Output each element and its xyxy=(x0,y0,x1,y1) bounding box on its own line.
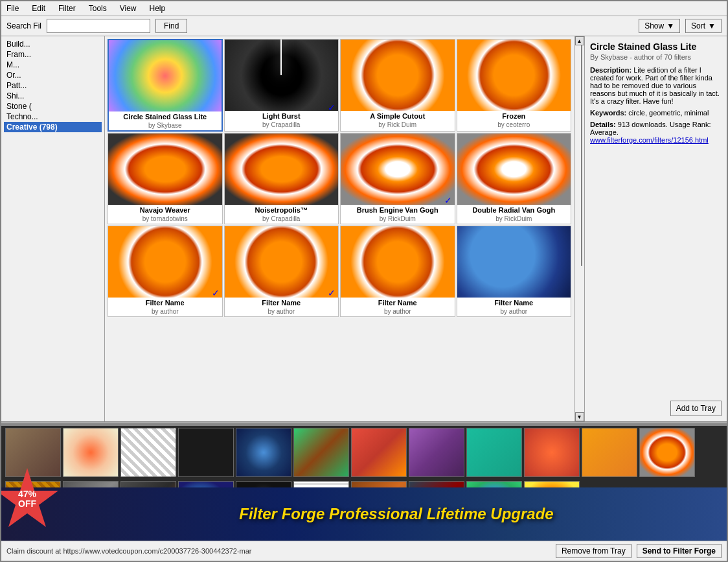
filter-author-stained: by Skybase xyxy=(109,122,222,130)
menu-edit[interactable]: Edit xyxy=(29,3,48,14)
tray-item-6[interactable] xyxy=(293,428,349,477)
sidebar-item-patt[interactable]: Patt... xyxy=(4,80,102,91)
filter-author-r3c2: by author xyxy=(225,308,339,316)
filter-author-brush: by RickDuim xyxy=(341,215,455,224)
tray-item-4[interactable] xyxy=(178,428,234,477)
toolbar: Search Fil Find Show ▼ Sort ▼ xyxy=(1,16,727,36)
filter-name-r3c3: Filter Name xyxy=(341,298,455,308)
scroll-up-arrow[interactable]: ▲ xyxy=(575,36,584,45)
menu-bar: File Edit Filter Tools View Help xyxy=(1,1,727,16)
tray-item-7[interactable] xyxy=(351,428,407,477)
show-label: Show xyxy=(644,21,664,30)
search-input[interactable] xyxy=(47,19,150,33)
tray-item-2[interactable] xyxy=(63,428,119,477)
filter-card-cutout[interactable]: A Simple Cutout by Rick Duim xyxy=(340,39,455,132)
promo-banner: 47% OFF Filter Forge Professional Lifeti… xyxy=(1,487,727,541)
keywords-text: circle, geometric, minimal xyxy=(628,109,709,117)
filter-grid-scrollable[interactable]: Circle Stained Glass Lite by Skybase ✓ L… xyxy=(105,36,574,421)
vertical-scrollbar[interactable]: ▲ ▼ xyxy=(574,36,584,421)
menu-file[interactable]: File xyxy=(4,3,21,14)
filter-author-r3c3: by author xyxy=(341,308,455,316)
filter-thumb-navajo xyxy=(108,134,222,205)
filter-grid: Circle Stained Glass Lite by Skybase ✓ L… xyxy=(105,36,574,320)
filter-detail-title: Circle Stained Glass Lite xyxy=(590,41,722,52)
send-to-filter-forge-button[interactable]: Send to Filter Forge xyxy=(637,544,722,558)
add-to-tray-button[interactable]: Add to Tray xyxy=(670,401,722,416)
filter-name-navajo: Navajo Weaver xyxy=(108,205,222,215)
permalink-link[interactable]: www.filterforge.com/filters/12156.html xyxy=(590,136,709,144)
filter-thumb-stained xyxy=(109,40,222,111)
tray-item-11[interactable] xyxy=(582,428,637,477)
filter-detail-details: Details: 913 downloads. Usage Rank: Aver… xyxy=(590,121,722,144)
sidebar-item-techno[interactable]: Techno... xyxy=(4,111,102,122)
filter-author-navajo: by tornadotwins xyxy=(108,215,222,224)
scroll-down-arrow[interactable]: ▼ xyxy=(575,412,584,421)
filter-card-noise[interactable]: Noisetropolis™ by Crapadilla xyxy=(224,133,339,224)
filter-card-stained-glass[interactable]: Circle Stained Glass Lite by Skybase xyxy=(108,39,223,132)
sidebar-item-or[interactable]: Or... xyxy=(4,70,102,80)
remove-from-tray-button[interactable]: Remove from Tray xyxy=(556,544,631,558)
filter-name-brush: Brush Engine Van Gogh xyxy=(341,205,455,215)
filter-author-frozen: by ceoterro xyxy=(457,121,571,130)
filter-author-r3c1: by author xyxy=(108,308,222,316)
discount-url: Claim discount at https://www.votedcoupo… xyxy=(6,547,551,555)
filter-author-lightburst: by Crapadilla xyxy=(225,121,339,130)
menu-help[interactable]: Help xyxy=(147,3,168,14)
sidebar-item-build[interactable]: Build... xyxy=(4,39,102,49)
filter-author-double: by RickDuim xyxy=(457,215,571,224)
filter-card-r3c1[interactable]: ✓ Filter Name by author xyxy=(108,226,223,317)
sidebar-item-m[interactable]: M... xyxy=(4,60,102,70)
right-panel: Circle Stained Glass Lite By Skybase - a… xyxy=(584,36,727,421)
filter-thumb-brush xyxy=(341,134,455,205)
tray-item-9[interactable] xyxy=(466,428,522,477)
filter-detail-keywords: Keywords: circle, geometric, minimal xyxy=(590,109,722,117)
tray-area: 47% OFF Filter Forge Professional Lifeti… xyxy=(1,424,727,541)
sidebar-item-fram[interactable]: Fram... xyxy=(4,49,102,60)
filter-name-frozen: Frozen xyxy=(457,111,571,121)
filter-name-cutout: A Simple Cutout xyxy=(341,111,455,121)
filter-thumb-r3c1 xyxy=(108,226,222,298)
menu-view[interactable]: View xyxy=(117,3,139,14)
discount-badge: 47% OFF xyxy=(1,468,60,533)
filter-card-r3c2[interactable]: ✓ Filter Name by author xyxy=(224,226,339,317)
find-button[interactable]: Find xyxy=(155,19,187,33)
checkmark-light-burst: ✓ xyxy=(328,102,336,113)
checkmark-r3c1: ✓ xyxy=(212,288,220,298)
filter-thumb-lightburst xyxy=(225,40,339,111)
scroll-thumb[interactable] xyxy=(581,45,582,266)
filter-thumb-r3c3 xyxy=(341,226,455,298)
filter-card-navajo[interactable]: Navajo Weaver by tornadotwins xyxy=(108,133,223,224)
filter-thumb-frozen xyxy=(457,40,571,111)
filter-author-cutout: by Rick Duim xyxy=(341,121,455,130)
filter-card-r3c3[interactable]: Filter Name by author xyxy=(340,226,455,317)
filter-card-light-burst[interactable]: ✓ Light Burst by Crapadilla xyxy=(224,39,339,132)
filter-thumb-r3c2 xyxy=(225,226,339,298)
filter-name-stained: Circle Stained Glass Lite xyxy=(109,111,222,122)
sidebar-item-shi[interactable]: Shi... xyxy=(4,91,102,101)
menu-filter[interactable]: Filter xyxy=(56,3,78,14)
keywords-label: Keywords: xyxy=(590,109,626,117)
tray-item-8[interactable] xyxy=(409,428,464,477)
show-button[interactable]: Show ▼ xyxy=(639,19,680,33)
sort-label: Sort xyxy=(691,21,705,30)
filter-thumb-r3c4 xyxy=(457,226,571,298)
tray-content: 47% OFF Filter Forge Professional Lifeti… xyxy=(1,426,727,541)
tray-item-12[interactable] xyxy=(639,428,695,477)
filter-card-brush-van-gogh[interactable]: ✓ Brush Engine Van Gogh by RickDuim xyxy=(340,133,455,224)
filter-card-r3c4[interactable]: Filter Name by author xyxy=(457,226,572,317)
filter-thumb-cutout xyxy=(341,40,455,111)
filter-card-frozen[interactable]: Frozen by ceoterro xyxy=(457,39,572,132)
filter-name-r3c2: Filter Name xyxy=(225,298,339,308)
checkmark-r3c2: ✓ xyxy=(328,288,336,298)
menu-tools[interactable]: Tools xyxy=(86,3,109,14)
tray-item-10[interactable] xyxy=(524,428,580,477)
filter-author-noise: by Crapadilla xyxy=(225,215,339,224)
sort-button[interactable]: Sort ▼ xyxy=(685,19,722,33)
filter-name-r3c4: Filter Name xyxy=(457,298,571,308)
sidebar-item-creative[interactable]: Creative (798) xyxy=(4,122,102,132)
tray-item-5[interactable] xyxy=(236,428,291,477)
grid-with-scroll: Circle Stained Glass Lite by Skybase ✓ L… xyxy=(105,36,584,421)
tray-item-3[interactable] xyxy=(120,428,176,477)
sidebar-item-stone[interactable]: Stone ( xyxy=(4,101,102,111)
filter-card-double-van-gogh[interactable]: Double Radial Van Gogh by RickDuim xyxy=(457,133,572,224)
